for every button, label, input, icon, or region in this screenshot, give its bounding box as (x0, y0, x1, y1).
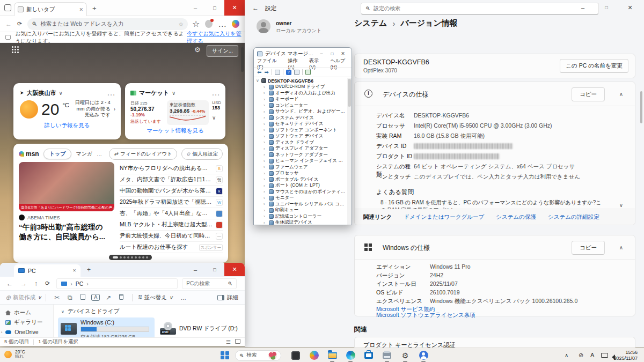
weather-more-icon[interactable]: … (107, 88, 115, 98)
msn-logo[interactable]: msn (19, 150, 39, 158)
properties-icon[interactable] (294, 70, 299, 75)
close-button[interactable]: ✕ (224, 263, 245, 276)
forward-icon[interactable]: ➡︎ (264, 70, 268, 75)
expand-chevron[interactable]: › (264, 165, 267, 169)
headline-row[interactable]: MLB ヤクルト・村上宗隆は超大型契... (120, 219, 223, 231)
close-button[interactable]: ✕ (618, 0, 642, 15)
device-category-row[interactable]: › 記憶域コントローラー (254, 213, 347, 220)
taskbar-photos-icon[interactable] (290, 350, 302, 361)
taskbar-weather-widget[interactable]: 20°C 晴れ (4, 350, 25, 359)
app-launcher-icon[interactable] (12, 46, 20, 54)
headline-row[interactable]: 中国の動物園でパンダが木から落ち... k (120, 186, 223, 197)
cut-icon[interactable]: ✂︎ (50, 294, 63, 301)
start-button[interactable] (219, 350, 231, 361)
device-category-row[interactable]: › プロセッサ (254, 171, 347, 177)
device-category-row[interactable]: › ファームウェア (254, 164, 347, 171)
device-category-row[interactable]: › ポート (COM と LPT) (254, 183, 347, 189)
device-category-row[interactable]: › ディスク ドライブ (254, 139, 347, 146)
device-category-row[interactable]: › ディスプレイ アダプター (254, 146, 347, 152)
forward-icon[interactable]: → (20, 280, 27, 287)
expand-chevron[interactable]: › (264, 128, 267, 132)
device-category-row[interactable]: › ユニバーサル シリアル バス コントローラー (254, 201, 347, 208)
back-icon[interactable]: ← (252, 4, 259, 12)
expand-chevron[interactable]: › (264, 91, 267, 95)
favorites-icon[interactable]: ☆ (192, 19, 200, 29)
maximize-button[interactable]: □ (327, 51, 338, 56)
tab-top[interactable]: トップ (43, 149, 72, 159)
expand-chevron[interactable]: › (264, 171, 267, 176)
tray-privacy-icon[interactable]: ⊘ (579, 352, 583, 359)
devmgr-root-row[interactable]: ∨ DESKTOP-KGGVFB6 (254, 78, 347, 84)
headline-row[interactable]: 尹前大統領夫婦、今日初めて同時に... — (120, 231, 223, 242)
nikkei-quote[interactable]: 日経 225 50,276.37 -1.19% 急落しています (130, 100, 164, 125)
tray-chevron-up-icon[interactable]: ∧ (565, 352, 568, 358)
details-pane-button[interactable]: 詳細 (217, 294, 238, 301)
expand-chevron[interactable]: › (264, 202, 267, 206)
breadcrumb-pc[interactable]: PC (76, 280, 84, 287)
expand-chevron[interactable]: › (264, 134, 267, 139)
help-icon[interactable]: ? (286, 70, 291, 75)
expand-chevron[interactable]: › (264, 140, 267, 145)
feed-layout-button[interactable]: ⇄フィードのレイアウト (109, 148, 177, 160)
taskbar-user-app-icon[interactable] (418, 350, 429, 361)
sort-button[interactable]: ⇅並べ替え∨ (137, 294, 173, 301)
device-category-row[interactable]: › ソフトウェア デバイス (254, 134, 347, 140)
devmgr-root-label[interactable]: DESKTOP-KGGVFB6 (268, 78, 313, 84)
copy-button[interactable]: コピー (572, 241, 605, 255)
market-title[interactable]: マーケット (139, 89, 169, 97)
device-category-row[interactable]: › セキュリティ デバイス (254, 121, 347, 128)
product-key-card[interactable]: プロダクト キーとライセンス認証 (354, 337, 635, 349)
tab-close-icon[interactable]: ✕ (72, 268, 76, 273)
breadcrumb-bar[interactable]: › PC › (56, 278, 178, 289)
address-bar[interactable]: 🔍︎ 検索または Web アドレスを入力 ☆ (27, 18, 188, 30)
edge-tab[interactable]: 新しいタブ ✕ (14, 2, 87, 16)
new-item-button[interactable]: ⊕新規作成∨ (5, 294, 41, 301)
carousel-dots[interactable] (109, 255, 152, 260)
ime-indicator[interactable]: A (590, 352, 594, 358)
expand-chevron[interactable]: › (264, 183, 267, 188)
headline-row[interactable]: 2025年秋ドラマ初回放送で「視聴者... W (120, 197, 223, 208)
list-view-icon[interactable]: ☰ (226, 339, 231, 345)
device-category-row[interactable]: › ポータブル デバイス (254, 176, 347, 183)
refresh-icon[interactable]: ⟳ (17, 20, 22, 27)
copy-icon[interactable]: ⧉ (63, 294, 76, 301)
collapse-chevron-icon[interactable]: ∧ (619, 245, 623, 250)
explorer-tab[interactable]: PC ✕ (14, 264, 80, 277)
market-more-icon[interactable]: … (211, 88, 220, 98)
settings-search-box[interactable]: 🔍︎ 設定の検索 (361, 3, 599, 14)
expand-chevron[interactable]: › (264, 152, 267, 157)
chevron-right-icon[interactable]: › (114, 106, 115, 112)
device-category-row[interactable]: › システム デバイス (254, 115, 347, 121)
story-image[interactable]: 直美&大悟「あまりにハードワーク!長時間労働に心配の声」 (19, 162, 114, 211)
chevron-down-icon[interactable]: ∨ (212, 115, 221, 121)
explorer-search-box[interactable]: PCの検索 🔍︎ (182, 278, 237, 289)
chevron-down-icon[interactable]: ∨ (172, 90, 175, 96)
maximize-button[interactable]: □ (205, 263, 224, 276)
clock[interactable]: 15:56 2025/11/07 (614, 350, 638, 361)
signin-button[interactable]: サイン... (207, 45, 238, 57)
expand-chevron[interactable]: › (264, 103, 267, 108)
taskbar-copilot-icon[interactable] (308, 350, 320, 361)
story-headline-line1[interactable]: “午前3時出勤”高市総理の (19, 223, 114, 232)
weather-location[interactable]: 大阪狭山市 (27, 89, 56, 97)
network-icon[interactable] (601, 353, 608, 358)
expand-chevron[interactable]: › (264, 159, 267, 164)
taskbar-settings-icon[interactable]: ⚙︎ (399, 350, 411, 361)
new-tab-icon[interactable]: + (92, 4, 97, 12)
account-name[interactable]: owner (276, 20, 291, 26)
profile-avatar[interactable] (205, 20, 213, 28)
headline-row[interactable]: メタ、内部文書で「詐欺広告1日150... 朝 (120, 174, 223, 186)
top-story[interactable]: 直美&大悟「あまりにハードワーク!長時間労働に心配の声」 ABEMA TIMES… (19, 162, 114, 241)
breadcrumb-parent[interactable]: システム (354, 18, 387, 28)
section-devices-drives[interactable]: ∨ デバイスとドライブ (54, 305, 245, 315)
minimize-button[interactable]: – (186, 263, 205, 276)
tab-manga[interactable]: マンガ (76, 150, 92, 158)
delete-icon[interactable] (115, 294, 128, 301)
more-menu-icon[interactable]: … (218, 19, 226, 29)
taskbar-device-manager-icon[interactable] (381, 350, 393, 361)
copy-button[interactable]: コピー (572, 87, 605, 101)
market-detail-link[interactable]: マーケット情報を見る (125, 127, 225, 135)
copilot-icon[interactable] (232, 20, 239, 28)
rename-pc-button[interactable]: この PC の名前を変更 (560, 59, 628, 73)
taskbar-search-box[interactable]: 🔍︎ 検索 (235, 350, 281, 361)
